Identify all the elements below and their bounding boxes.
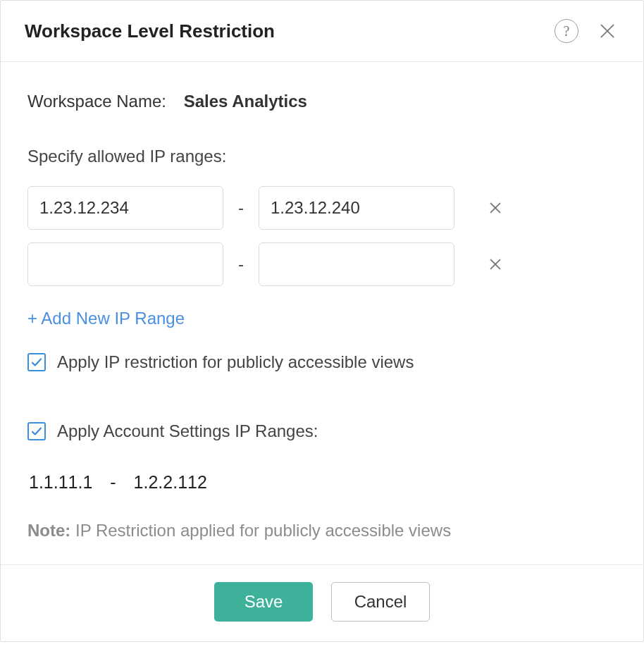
range-dash: -: [236, 198, 246, 218]
ip-range-rows: - -: [27, 186, 617, 286]
remove-ip-range-button[interactable]: [481, 250, 509, 278]
check-icon: [30, 356, 43, 369]
workspace-name-value: Sales Analytics: [184, 92, 307, 111]
workspace-restriction-dialog: Workspace Level Restriction ? Workspace …: [0, 0, 644, 642]
account-ip-range: 1.1.11.1 - 1.2.2.112: [27, 457, 617, 493]
apply-public-label: Apply IP restriction for publicly access…: [57, 352, 414, 372]
question-mark-icon: ?: [564, 23, 570, 39]
apply-account-checkbox[interactable]: [27, 422, 46, 440]
close-button[interactable]: [595, 19, 619, 43]
close-icon: [488, 257, 503, 272]
apply-account-row: Apply Account Settings IP Ranges:: [27, 421, 617, 441]
cancel-button[interactable]: Cancel: [331, 582, 430, 622]
add-ip-range-link[interactable]: + Add New IP Range: [27, 309, 185, 328]
apply-public-row: Apply IP restriction for publicly access…: [27, 352, 617, 372]
close-icon: [488, 200, 503, 216]
account-range-to: 1.2.2.112: [134, 472, 207, 492]
ip-ranges-label: Specify allowed IP ranges:: [27, 147, 617, 166]
ip-from-input[interactable]: [27, 186, 223, 230]
workspace-name-row: Workspace Name: Sales Analytics: [27, 92, 617, 111]
note-label: Note:: [27, 521, 70, 540]
ip-range-row: -: [27, 186, 617, 230]
ip-to-input[interactable]: [259, 186, 454, 230]
check-icon: [30, 425, 43, 438]
dialog-footer: Save Cancel: [1, 565, 643, 641]
close-icon: [598, 22, 617, 40]
range-dash: -: [236, 254, 246, 274]
header-actions: ?: [555, 19, 619, 43]
note-row: Note: IP Restriction applied for publicl…: [27, 521, 617, 540]
apply-account-label: Apply Account Settings IP Ranges:: [57, 421, 318, 441]
dialog-title: Workspace Level Restriction: [25, 20, 555, 42]
account-range-from: 1.1.11.1: [29, 472, 92, 492]
ip-to-input[interactable]: [259, 242, 454, 286]
help-icon[interactable]: ?: [555, 19, 578, 43]
apply-public-checkbox[interactable]: [27, 353, 46, 371]
dialog-body: Workspace Name: Sales Analytics Specify …: [1, 62, 643, 565]
dialog-header: Workspace Level Restriction ?: [1, 1, 643, 62]
range-dash: -: [110, 472, 116, 493]
workspace-name-label: Workspace Name:: [27, 92, 166, 111]
ip-from-input[interactable]: [27, 242, 223, 286]
note-text: IP Restriction applied for publicly acce…: [70, 521, 451, 540]
remove-ip-range-button[interactable]: [481, 194, 509, 222]
save-button[interactable]: Save: [214, 582, 313, 622]
ip-range-row: -: [27, 242, 617, 286]
